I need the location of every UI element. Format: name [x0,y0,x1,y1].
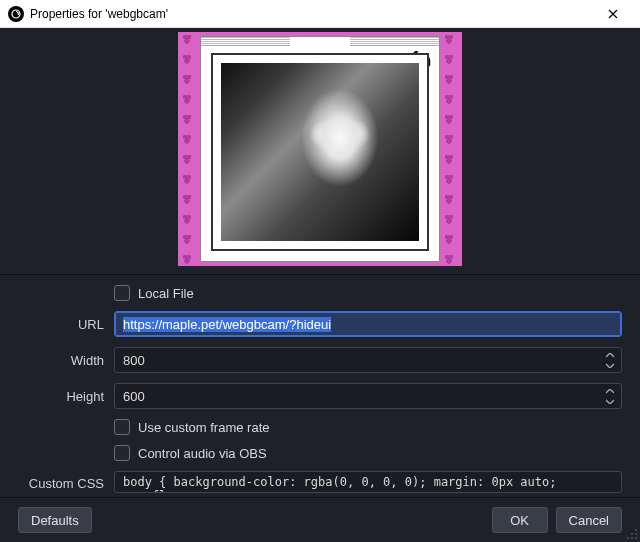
decoration-left [180,32,198,266]
local-file-label: Local File [138,286,194,301]
height-value: 600 [123,389,145,404]
checkbox-box-icon [114,419,130,435]
dialog-content: Local File URL Width 800 [0,28,640,542]
width-step-up[interactable] [603,351,617,359]
chevron-up-icon [606,353,614,358]
custom-css-label: Custom CSS [18,476,114,491]
height-spinner[interactable]: 600 [114,383,622,409]
width-step-down[interactable] [603,361,617,369]
svg-point-3 [635,533,637,535]
preview-window-bar [201,37,439,46]
cancel-button[interactable]: Cancel [556,507,622,533]
svg-point-5 [631,537,633,539]
height-label: Height [18,389,114,404]
width-value: 800 [123,353,145,368]
source-preview [178,32,462,266]
svg-point-2 [631,533,633,535]
height-step-down[interactable] [603,397,617,405]
titlebar: Properties for 'webgbcam' [0,0,640,28]
preview-window [200,36,440,262]
control-audio-label: Control audio via OBS [138,446,267,461]
chevron-up-icon [606,389,614,394]
preview-image [221,63,419,241]
svg-point-6 [635,537,637,539]
checkbox-box-icon [114,445,130,461]
width-spinner[interactable]: 800 [114,347,622,373]
decoration-right [442,32,460,266]
width-label: Width [18,353,114,368]
close-button[interactable] [590,0,636,28]
svg-point-4 [627,537,629,539]
preview-frame [211,53,429,251]
preview-area [0,28,640,266]
dialog-footer: Defaults OK Cancel [0,498,640,542]
ok-button[interactable]: OK [492,507,548,533]
control-audio-checkbox[interactable]: Control audio via OBS [114,445,622,461]
url-label: URL [18,317,114,332]
height-step-up[interactable] [603,387,617,395]
defaults-button[interactable]: Defaults [18,507,92,533]
obs-app-icon [8,6,24,22]
window-title: Properties for 'webgbcam' [30,7,590,21]
url-input[interactable] [114,311,622,337]
local-file-checkbox[interactable]: Local File [114,285,622,301]
custom-css-input[interactable] [114,471,622,493]
svg-point-1 [635,529,637,531]
checkbox-box-icon [114,285,130,301]
chevron-down-icon [606,399,614,404]
custom-frame-rate-checkbox[interactable]: Use custom frame rate [114,419,622,435]
resize-grip-icon[interactable] [626,528,638,540]
properties-form: Local File URL Width 800 [0,274,640,498]
close-icon [608,9,618,19]
custom-frame-rate-label: Use custom frame rate [138,420,270,435]
chevron-down-icon [606,363,614,368]
